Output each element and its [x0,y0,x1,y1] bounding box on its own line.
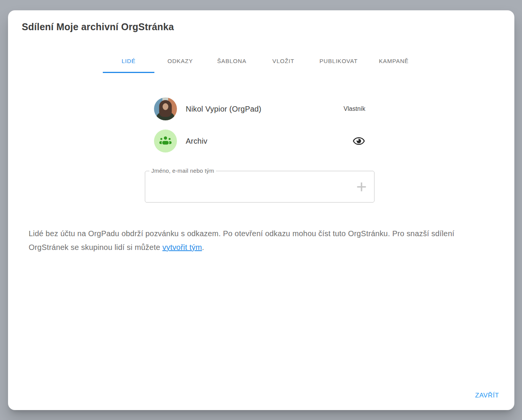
person-row-team: Archiv [145,130,374,152]
add-person-button[interactable] [355,180,368,193]
tab-odkazy[interactable]: ODKAZY [154,49,206,73]
tab-label: ŠABLONA [217,58,246,64]
tab-label: PUBLIKOVAT [319,58,358,64]
info-text-before: Lidé bez účtu na OrgPadu obdrží pozvánku… [29,229,454,251]
info-text-after: . [202,243,204,251]
person-row-owner: Nikol Vypior (OrgPad) Vlastník [145,97,374,120]
person-role-badge: Vlastník [344,105,365,112]
invite-field: Jméno, e-mail nebo tým [145,171,374,203]
person-name: Archiv [186,137,352,146]
tab-publikovat[interactable]: PUBLIKOVAT [309,49,368,73]
tab-label: LIDÉ [122,58,136,64]
tab-label: VLOŽIT [272,58,294,64]
view-permission-button[interactable] [352,135,365,148]
tab-bar: LIDÉ ODKAZY ŠABLONA VLOŽIT PUBLIKOVAT KA… [8,49,514,73]
plus-icon [356,181,367,193]
dialog-title: Sdílení Moje archivní OrgStránka [22,21,174,33]
user-avatar [154,97,177,120]
tab-vlozit[interactable]: VLOŽIT [258,49,309,73]
person-name: Nikol Vypior (OrgPad) [186,105,344,114]
share-info-text: Lidé bez účtu na OrgPadu obdrží pozvánku… [29,227,491,254]
tab-lide[interactable]: LIDÉ [103,49,154,73]
team-group-icon [154,130,177,152]
share-dialog: Sdílení Moje archivní OrgStránka LIDÉ OD… [8,10,514,410]
people-section: Nikol Vypior (OrgPad) Vlastník Archiv [145,97,374,203]
avatar-photo-shape [163,103,169,110]
close-dialog-button[interactable]: ZAVŘÍT [470,389,504,402]
invite-field-label: Jméno, e-mail nebo tým [149,167,216,174]
tab-kampane[interactable]: KAMPANĚ [368,49,420,73]
eye-icon [353,135,365,147]
tab-label: KAMPANĚ [379,58,409,64]
invite-input[interactable] [151,174,349,199]
tab-label: ODKAZY [167,58,193,64]
create-team-link[interactable]: vytvořit tým [162,243,202,251]
tab-sablona[interactable]: ŠABLONA [206,49,258,73]
